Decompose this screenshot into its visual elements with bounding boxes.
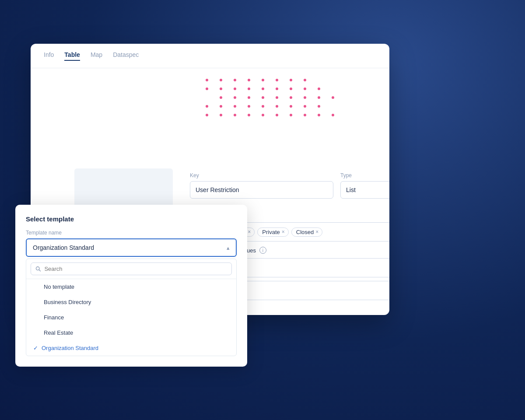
- tag-private-label: Private: [262, 229, 280, 235]
- tab-map[interactable]: Map: [91, 51, 102, 61]
- item-label: Finance: [44, 314, 64, 321]
- search-inner: [31, 262, 232, 275]
- tag-public-close[interactable]: ×: [248, 229, 251, 234]
- type-value: List: [346, 186, 356, 193]
- svg-line-9: [39, 270, 40, 271]
- search-icon: [35, 266, 41, 272]
- dropdown-item-real-estate[interactable]: Real Estate: [26, 325, 236, 340]
- tabs-row: Info Table Map Dataspec: [31, 44, 389, 68]
- dropdown-item-org-standard[interactable]: ✓ Organization Standard: [26, 340, 236, 356]
- tag-closed-close[interactable]: ×: [315, 229, 318, 234]
- item-label: Organization Standard: [42, 345, 98, 351]
- select-template-modal: Select template Template name Organizati…: [15, 205, 247, 367]
- search-input[interactable]: [44, 266, 227, 272]
- template-name-label: Template name: [26, 230, 237, 236]
- item-label: Real Estate: [44, 329, 73, 336]
- dropdown-panel: No template Business Directory Finance R…: [26, 259, 237, 356]
- key-group: Key: [190, 172, 333, 199]
- key-label: Key: [190, 172, 333, 178]
- dropdown-item-business-directory[interactable]: Business Directory: [26, 294, 236, 310]
- tab-dataspec[interactable]: Dataspec: [113, 51, 139, 61]
- type-select[interactable]: List ▾: [340, 181, 389, 199]
- template-select-trigger[interactable]: Organization Standard ▴: [26, 238, 237, 257]
- selected-template-value: Organization Standard: [33, 244, 94, 251]
- info-icon[interactable]: i: [259, 247, 266, 254]
- item-label: No template: [44, 284, 74, 290]
- tag-private: Private ×: [257, 228, 288, 237]
- modal-title: Select template: [26, 215, 237, 223]
- tag-private-close[interactable]: ×: [282, 229, 285, 234]
- type-group: Type List ▾: [340, 172, 389, 199]
- dropdown-item-finance[interactable]: Finance: [26, 310, 236, 325]
- type-label: Type: [340, 172, 389, 178]
- dot-pattern: [197, 70, 348, 125]
- chevron-up-icon: ▴: [227, 245, 230, 251]
- tab-info[interactable]: Info: [44, 51, 54, 61]
- tag-closed: Closed ×: [291, 228, 322, 237]
- key-input[interactable]: [190, 181, 333, 199]
- tab-table[interactable]: Table: [64, 51, 80, 61]
- dropdown-item-no-template[interactable]: No template: [26, 279, 236, 294]
- search-wrapper: [26, 259, 236, 279]
- check-icon: ✓: [33, 345, 38, 351]
- item-label: Business Directory: [44, 299, 91, 305]
- tag-closed-label: Closed: [296, 229, 314, 235]
